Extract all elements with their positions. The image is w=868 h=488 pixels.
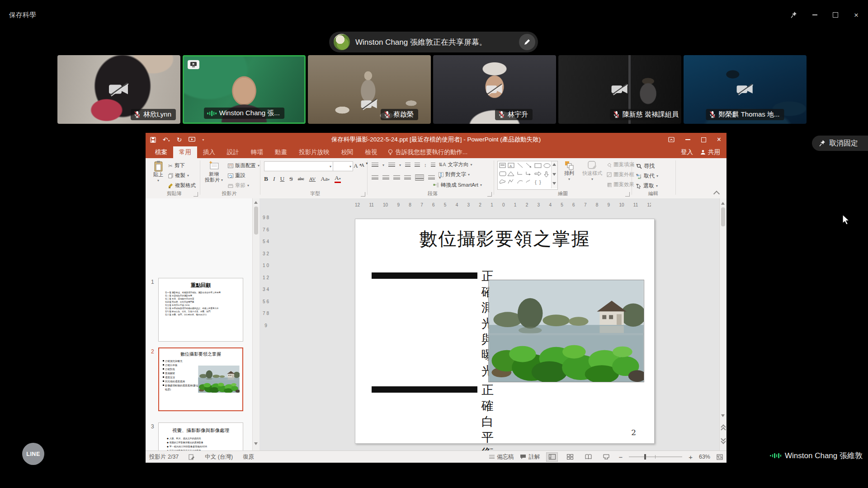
zoom-out-button[interactable]: −	[618, 453, 623, 461]
increase-indent-icon[interactable]	[415, 163, 420, 168]
format-painter-button[interactable]: 複製格式	[168, 182, 196, 189]
close-button[interactable]: ×	[852, 11, 861, 19]
copy-button[interactable]: 複製▾	[168, 172, 189, 179]
bullet-list-icon[interactable]	[372, 163, 378, 168]
maximize-button[interactable]	[831, 11, 840, 19]
align-left-icon[interactable]	[372, 175, 378, 180]
tab-home[interactable]: 常用	[173, 146, 197, 158]
tell-me-box[interactable]: 告訴我您想要執行的動作...	[383, 146, 472, 158]
shape-effects-button[interactable]: 圖案效果▾	[607, 181, 638, 188]
redo-icon[interactable]: ↻	[177, 136, 182, 143]
font-dialog-launcher[interactable]	[361, 192, 365, 197]
unpin-button[interactable]: 取消固定	[812, 136, 868, 151]
save-icon[interactable]	[150, 137, 156, 143]
justify-icon[interactable]	[404, 175, 411, 180]
text-columns-icon[interactable]	[428, 175, 435, 180]
zoom-slider[interactable]	[629, 456, 682, 457]
ppt-minimize-button[interactable]	[685, 139, 690, 140]
font-color-button[interactable]: A▾	[335, 174, 341, 183]
align-right-icon[interactable]	[393, 175, 400, 180]
layout-button[interactable]: 版面配置▾	[228, 162, 259, 169]
notes-toggle[interactable]: 備忘稿	[489, 453, 514, 461]
font-name-combo[interactable]: ▾	[264, 161, 333, 171]
customize-qat-icon[interactable]: ▾	[202, 138, 204, 142]
participant-tile[interactable]: 鄭榮麒 Thomas 地...	[684, 55, 807, 124]
clipboard-dialog-launcher[interactable]	[193, 192, 198, 197]
smartart-button[interactable]: 轉換成 SmartArt▾	[433, 182, 482, 188]
participant-tile[interactable]: 蔡啟榮	[308, 55, 431, 124]
view-slideshow-button[interactable]	[600, 452, 612, 462]
shrink-font-button[interactable]: A▼	[361, 162, 368, 168]
shapes-gallery-scrollbar[interactable]	[551, 161, 557, 188]
arrange-button[interactable]: 排列▾	[560, 160, 579, 182]
section-button[interactable]: 章節▾	[228, 182, 249, 189]
ppt-close-button[interactable]: ×	[717, 136, 721, 143]
decrease-indent-icon[interactable]	[405, 163, 410, 168]
paste-button[interactable]: 貼上▾	[150, 160, 166, 183]
slide-image-lake[interactable]	[488, 280, 644, 382]
tab-slideshow[interactable]: 投影片放映	[293, 146, 335, 158]
participant-tile[interactable]: 陳新慈 裝裱課組員	[558, 55, 681, 124]
font-size-combo[interactable]: ▾	[333, 161, 353, 171]
thumbnail-panel-scrollbar[interactable]	[252, 198, 259, 450]
zoom-in-button[interactable]: +	[689, 453, 693, 461]
find-button[interactable]: 尋找	[637, 162, 655, 170]
horizontal-ruler[interactable]: 12 11 10 9 8 7 6 5 4 3 2 1 0 1 2 3 4 5 6…	[355, 202, 651, 208]
comments-toggle[interactable]: 註解	[520, 453, 540, 461]
slide-canvas[interactable]: 數位攝影要領之掌握 正確測光與曝光 正確白平衡 正確對焦 善用腳架 適當景深 閃…	[355, 219, 655, 444]
language-indicator[interactable]: 中文 (台灣)	[205, 453, 233, 461]
paragraph-dialog-launcher[interactable]	[487, 192, 492, 197]
zoom-level[interactable]: 63%	[699, 454, 710, 460]
slide-bullet-list[interactable]: 正確測光與曝光 正確白平衡 正確對焦 善用腳架 適當景深 閃光燈的適當應用 影像…	[372, 268, 485, 450]
slide-thumbnail-3[interactable]: 視覺、攝影影像與影像處理 ◆人眼、軟片、感光元件的感色性 ◆視覺的立即影像與曝光…	[158, 422, 243, 450]
participant-tile[interactable]: 林欣Lynn	[57, 55, 180, 124]
fit-slide-to-window-icon[interactable]	[717, 454, 723, 460]
notes-icon[interactable]	[189, 454, 195, 460]
pin-icon[interactable]	[789, 11, 798, 19]
line-spacing-lines[interactable]	[431, 163, 435, 168]
ppt-restore-button[interactable]	[701, 137, 706, 142]
shape-outline-button[interactable]: 圖案外框▾	[607, 171, 638, 178]
cut-button[interactable]: ✂剪下	[168, 162, 185, 169]
collapse-ribbon-icon[interactable]	[713, 191, 720, 197]
change-case-button[interactable]: Aa▾	[321, 175, 330, 183]
tab-transitions[interactable]: 轉場	[245, 146, 269, 158]
start-slideshow-icon[interactable]	[189, 137, 195, 142]
view-normal-button[interactable]	[546, 452, 558, 462]
align-center-icon[interactable]	[382, 175, 389, 180]
view-reading-button[interactable]	[582, 452, 594, 462]
shapes-gallery[interactable]: A {	[497, 161, 558, 190]
tab-animations[interactable]: 動畫	[269, 146, 293, 158]
line-spacing-icon[interactable]: ↕	[424, 162, 427, 168]
underline-button[interactable]: U	[280, 175, 285, 183]
bold-button[interactable]: B	[264, 175, 268, 183]
align-text-button[interactable]: 對齊文字▾	[439, 171, 470, 178]
participant-tile-active-speaker[interactable]: Winston Chang 張...	[183, 55, 306, 124]
view-slide-sorter-button[interactable]	[564, 452, 576, 462]
annotate-button[interactable]	[519, 34, 535, 50]
select-button[interactable]: 選取▾	[637, 182, 658, 190]
slide-thumbnail-2-selected[interactable]: 數位攝影要領之掌握 正確測光與曝光 正確白平衡 正確對焦 善用腳架 適當景深 閃…	[158, 347, 243, 411]
sign-in-button[interactable]: 登入	[681, 148, 693, 156]
slide-title[interactable]: 數位攝影要領之掌握	[355, 226, 654, 251]
shape-fill-button[interactable]: 圖案填滿▾	[607, 161, 638, 168]
quick-styles-button[interactable]: 快速樣式▾	[580, 160, 604, 182]
text-direction-button[interactable]: ⇅A 文字方向▾	[439, 161, 472, 168]
drawing-dialog-launcher[interactable]	[625, 192, 630, 197]
tab-insert[interactable]: 插入	[197, 146, 221, 158]
strikethrough-button[interactable]: S	[289, 175, 293, 183]
tab-review[interactable]: 校閱	[335, 146, 359, 158]
tab-view[interactable]: 檢視	[359, 146, 383, 158]
zoom-slider-thumb[interactable]	[644, 454, 646, 460]
replace-button[interactable]: abac 取代▾	[637, 172, 658, 180]
main-scrollbar[interactable]	[719, 198, 726, 450]
share-button[interactable]: 共用	[700, 148, 720, 156]
ribbon-display-options-icon[interactable]	[668, 137, 675, 142]
clear-formatting-button[interactable]: abc	[298, 176, 304, 181]
reset-button[interactable]: 重設	[228, 172, 245, 179]
slide-thumbnail-1[interactable]: 重點回顧 第一週 攝影概述、相機原理與種類、攝影在保存科學上的應用 第二週 光源…	[158, 278, 243, 342]
tab-file[interactable]: 檔案	[149, 146, 173, 158]
italic-button[interactable]: I	[273, 175, 275, 183]
minimize-button[interactable]	[810, 11, 819, 19]
new-slide-button[interactable]: 新增投影片▾	[203, 160, 224, 183]
